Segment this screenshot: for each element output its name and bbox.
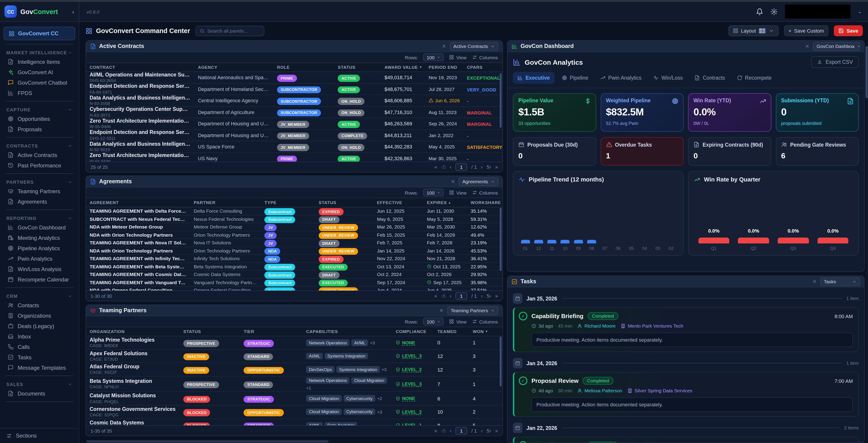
search-input[interactable] [207,28,260,33]
sidebar-item[interactable]: Inbox [0,331,79,342]
analytics-tab[interactable]: Recompete [732,72,776,84]
panel-type-select[interactable]: Tasks [820,277,860,286]
sidebar-item[interactable]: Contacts [0,300,79,310]
page-prev-button[interactable]: ‹ [450,164,451,170]
kpi-card[interactable]: Weighted Pipeline $832.5M 52.7% avg Pwin [600,93,684,132]
main-scrollbar[interactable] [866,45,868,440]
kpi-card[interactable]: Submissions (YTD) 0 proposals submitted [776,93,859,132]
sidebar-item[interactable]: Active Contracts [0,150,79,160]
panel-scrollbar[interactable] [500,73,502,128]
check-circle-icon[interactable]: ✓ [519,377,527,385]
stat-card[interactable]: Proposals Due (30d) 0 [513,137,596,166]
sidebar-item[interactable]: Meeting Analytics [0,232,79,243]
column-header[interactable]: WON▾ [469,329,502,334]
panel-scrollbar[interactable] [500,337,502,386]
table-row[interactable]: NDA with Omega Federal Consulting Omega … [86,286,502,290]
check-circle-icon[interactable]: ✓ [519,312,527,320]
column-header[interactable]: CAPABILITIES [303,329,392,334]
close-icon[interactable]: ✕ [805,43,809,49]
table-row[interactable]: Zero Trust Architecture Implementation C… [86,118,502,130]
table-row[interactable]: Zero Trust Architecture Implementation C… [86,153,502,162]
table-row[interactable]: Data Analytics and Business Intelligence… [86,95,502,106]
column-header[interactable]: TEAMED [434,329,469,334]
page-first-button[interactable]: « [434,164,437,170]
sidebar-item-govconvert-cc[interactable]: GovConvert CC [4,27,75,40]
sidebar-item[interactable]: Opportunities [0,114,79,124]
sidebar-section-header[interactable]: CONTRACTS [0,140,79,150]
analytics-tab[interactable]: Pipeline [557,72,593,84]
column-header[interactable]: WORKSHARE [467,200,502,205]
task-org-link[interactable]: Menlo Park Ventures Tech [621,323,683,328]
stat-card[interactable]: Expiring Contracts (90d) 0 [688,137,771,166]
panel-scrollbar[interactable] [500,208,502,271]
sidebar-section-header[interactable]: MARKET INTELLIGENCE [0,47,79,57]
sidebar-item[interactable]: Deals (Legacy) [0,321,79,331]
page-next-button[interactable]: › [481,293,483,299]
sidebar-item[interactable]: Tasks [0,352,79,362]
panel-type-select[interactable]: GovCon Dashboa [813,42,860,51]
bell-icon[interactable] [756,8,763,15]
view-button[interactable]: View [449,319,466,324]
gear-icon[interactable] [770,8,778,15]
column-header[interactable]: AGREEMENT [86,200,190,205]
rows-per-page-select[interactable]: 100 [424,53,444,61]
check-circle-icon[interactable]: ✓ [519,441,527,443]
column-header[interactable]: CONTRACT [86,65,194,70]
page-back5-button[interactable]: ‹5 [441,428,446,434]
sidebar-section-header[interactable]: CAPTURE [0,104,79,114]
table-row[interactable]: Catalyst Mission SolutionsCAGE: PHQEL BL… [86,392,502,406]
column-header[interactable]: STATUS [315,200,373,205]
sidebar-collapse-button[interactable]: ‹ [72,8,74,15]
page-next-button[interactable]: › [481,428,483,434]
task-org-link[interactable]: Silver Spring Data Services [627,388,692,393]
page-fwd5-button[interactable]: 5› [487,428,491,434]
stat-card[interactable]: Pending Gate Reviews 6 [776,137,859,166]
page-fwd5-button[interactable]: 5› [487,293,491,299]
page-back5-button[interactable]: ‹5 [441,164,446,170]
page-last-button[interactable]: » [495,293,498,299]
layout-button[interactable]: Layout [728,25,779,36]
sidebar-item[interactable]: Teaming Partners [0,186,79,196]
page-last-button[interactable]: » [495,164,498,170]
column-header[interactable]: AWARD VALUE▾ [381,65,425,70]
export-csv-button[interactable]: Export CSV [811,56,859,68]
view-button[interactable]: View [449,190,466,195]
sidebar-item[interactable]: Pipeline Analytics [0,243,79,253]
table-row[interactable]: Atlas Federal GroupCAGE: X9Z2F INACTIVE … [86,363,502,376]
page-prev-button[interactable]: ‹ [450,428,451,434]
close-icon[interactable]: ✕ [451,179,455,184]
sidebar-item[interactable]: GovConvert AI [0,67,79,77]
page-fwd5-button[interactable]: 5› [487,164,491,170]
page-next-button[interactable]: › [481,164,483,170]
close-icon[interactable]: ✕ [442,43,446,49]
sidebar-item[interactable]: Organizations [0,310,79,321]
sidebar-item-sections[interactable]: Sections [0,428,79,443]
table-row[interactable]: AI/ML Operations and Maintenance Support… [86,72,502,84]
task-card[interactable]: ✓ Proposal Review Completed 7:00 AM 4d a… [513,372,859,417]
column-header[interactable]: PERIOD END [425,65,463,70]
analytics-tab[interactable]: Contracts [690,72,730,84]
sidebar-item[interactable]: Proposals [0,124,79,134]
sidebar-item[interactable]: Recompete Calendar [0,274,79,285]
view-button[interactable]: View [449,55,466,60]
task-card[interactable]: ✓ Capability Briefing Completed 9:00 AM [513,437,859,443]
sidebar-item[interactable]: Message Templates [0,362,79,373]
page-input[interactable]: 1 [455,292,467,299]
columns-button[interactable]: Columns [472,190,498,195]
table-row[interactable]: Endpoint Detection and Response Services… [86,84,502,95]
column-header[interactable]: COMPLIANCE [392,329,434,334]
page-prev-button[interactable]: ‹ [450,293,451,299]
column-header[interactable]: ORGANIZATION [86,329,180,334]
page-first-button[interactable]: « [434,293,437,299]
sidebar-item[interactable]: Win/Loss Analysis [0,264,79,274]
sidebar-item[interactable]: Agreements [0,196,79,207]
page-input[interactable]: 1 [455,163,467,170]
column-header[interactable]: STATUS [180,329,240,334]
task-card[interactable]: ✓ Capability Briefing Completed 8:00 AM … [513,307,859,352]
analytics-tab[interactable]: Pwin Analytics [595,72,646,84]
sidebar-section-header[interactable]: CRM [0,290,79,300]
panel-type-select[interactable]: Teaming Partners [447,306,498,315]
columns-button[interactable]: Columns [472,55,498,60]
user-menu-chevron-icon[interactable]: ⌄ [858,9,862,14]
sidebar-item[interactable]: Documents [0,388,79,399]
